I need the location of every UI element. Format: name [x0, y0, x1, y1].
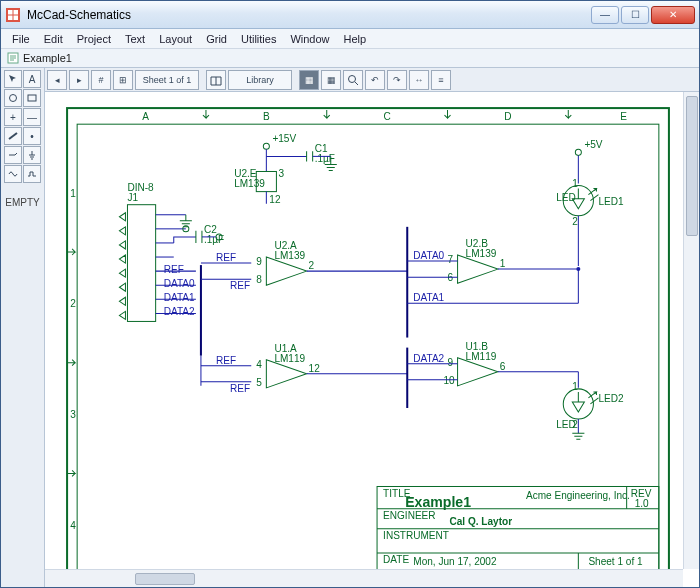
client-area: A + — • EMPTY ◂ ▸ # ⊞ Sheet 1 of 1: [1, 67, 699, 587]
svg-text:10: 10: [443, 375, 455, 386]
scrollbar-vertical[interactable]: [683, 92, 699, 569]
layer-a-icon[interactable]: ▦: [299, 70, 319, 90]
svg-text:C: C: [383, 111, 390, 122]
svg-point-26: [575, 149, 581, 155]
svg-text:INSTRUMENT: INSTRUMENT: [383, 530, 449, 541]
svg-text:DATA0: DATA0: [413, 250, 444, 261]
tool-bus[interactable]: [4, 127, 22, 145]
svg-text:LED: LED: [556, 192, 576, 203]
svg-text:+5V: +5V: [584, 139, 602, 150]
svg-text:9: 9: [448, 357, 454, 368]
tool-circle[interactable]: [4, 89, 22, 107]
svg-text:DATA0: DATA0: [164, 278, 195, 289]
svg-text:LM139: LM139: [274, 250, 305, 261]
svg-text:DATA2: DATA2: [413, 353, 444, 364]
svg-text:4: 4: [70, 520, 76, 531]
tool-junction[interactable]: •: [23, 127, 41, 145]
svg-text:LM119: LM119: [274, 353, 305, 364]
menu-utilities[interactable]: Utilities: [234, 31, 283, 47]
svg-text:REF: REF: [216, 252, 236, 263]
titleblock: TITLE Example1 Acme Engineering, Inc. RE…: [377, 486, 659, 569]
maximize-button[interactable]: ☐: [621, 6, 649, 24]
nav-right-icon[interactable]: ▸: [69, 70, 89, 90]
svg-text:1: 1: [70, 188, 76, 199]
svg-text:ENGINEER: ENGINEER: [383, 510, 435, 521]
svg-text:9: 9: [256, 256, 262, 267]
menu-edit[interactable]: Edit: [37, 31, 70, 47]
document-name: Example1: [23, 52, 72, 64]
minimize-button[interactable]: —: [591, 6, 619, 24]
svg-text:DATA2: DATA2: [164, 306, 195, 317]
app-icon: [5, 7, 21, 23]
layer-b-icon[interactable]: ▦: [321, 70, 341, 90]
library-label[interactable]: Library: [228, 70, 292, 90]
titlebar[interactable]: McCad-Schematics — ☐ ✕: [1, 1, 699, 29]
scrollbar-horizontal[interactable]: [45, 569, 683, 587]
flip-h-icon[interactable]: ↔: [409, 70, 429, 90]
rotate-ccw-icon[interactable]: ↶: [365, 70, 385, 90]
menu-help[interactable]: Help: [337, 31, 374, 47]
svg-text:Acme Engineering, Inc.: Acme Engineering, Inc.: [526, 490, 630, 501]
svg-text:LM119: LM119: [466, 351, 497, 362]
svg-text:+15V: +15V: [272, 133, 296, 144]
svg-text:2: 2: [572, 419, 578, 430]
window-title: McCad-Schematics: [27, 8, 591, 22]
svg-text:DATA1: DATA1: [413, 292, 444, 303]
svg-text:4: 4: [256, 359, 262, 370]
tool-select[interactable]: [4, 70, 22, 88]
svg-text:2: 2: [572, 216, 578, 227]
menubar: File Edit Project Text Layout Grid Utili…: [1, 29, 699, 49]
tool-rect[interactable]: [23, 89, 41, 107]
grid-snap-icon[interactable]: ⊞: [113, 70, 133, 90]
svg-text:REF: REF: [230, 383, 250, 394]
svg-text:J1: J1: [127, 192, 138, 203]
top-toolstrip: ◂ ▸ # ⊞ Sheet 1 of 1 Library ▦ ▦ ↶ ↷ ↔ ≡: [45, 68, 699, 92]
align-icon[interactable]: ≡: [431, 70, 451, 90]
svg-text:DATA1: DATA1: [164, 292, 195, 303]
menu-layout[interactable]: Layout: [152, 31, 199, 47]
tool-pulse[interactable]: [23, 165, 41, 183]
svg-text:B: B: [263, 111, 270, 122]
tool-text[interactable]: A: [23, 70, 41, 88]
nav-left-icon[interactable]: ◂: [47, 70, 67, 90]
tool-wire[interactable]: —: [23, 108, 41, 126]
tool-net[interactable]: [4, 146, 22, 164]
menu-text[interactable]: Text: [118, 31, 152, 47]
app-window: McCad-Schematics — ☐ ✕ File Edit Project…: [0, 0, 700, 588]
sheet-indicator[interactable]: Sheet 1 of 1: [135, 70, 199, 90]
close-button[interactable]: ✕: [651, 6, 695, 24]
svg-text:2: 2: [309, 260, 315, 271]
svg-text:12: 12: [309, 363, 321, 374]
svg-text:LM139: LM139: [234, 178, 265, 189]
schematic-canvas[interactable]: A B C D E 1 2 3 4: [45, 92, 683, 569]
svg-text:Mon, Jun 17, 2002: Mon, Jun 17, 2002: [413, 556, 497, 567]
svg-text:LED1: LED1: [598, 196, 624, 207]
svg-text:2: 2: [70, 298, 76, 309]
document-icon: [7, 52, 19, 64]
schematic-sheet: A B C D E 1 2 3 4: [55, 96, 679, 569]
tool-sine[interactable]: [4, 165, 22, 183]
rotate-cw-icon[interactable]: ↷: [387, 70, 407, 90]
svg-text:DATE: DATE: [383, 554, 409, 565]
svg-text:Sheet 1 of 1: Sheet 1 of 1: [588, 556, 643, 567]
menu-project[interactable]: Project: [70, 31, 118, 47]
zoom-icon[interactable]: [343, 70, 363, 90]
grid-icon[interactable]: #: [91, 70, 111, 90]
menu-grid[interactable]: Grid: [199, 31, 234, 47]
library-open-icon[interactable]: [206, 70, 226, 90]
tool-ground[interactable]: [23, 146, 41, 164]
svg-text:5: 5: [256, 377, 262, 388]
document-tab[interactable]: Example1: [1, 49, 699, 67]
menu-file[interactable]: File: [5, 31, 37, 47]
menu-window[interactable]: Window: [283, 31, 336, 47]
svg-rect-4: [28, 95, 36, 101]
toolbox-empty-label: EMPTY: [5, 197, 39, 208]
svg-text:.1µF: .1µF: [315, 153, 335, 164]
svg-text:7: 7: [448, 254, 454, 265]
svg-text:A: A: [142, 111, 149, 122]
svg-text:D: D: [504, 111, 511, 122]
svg-text:1.0: 1.0: [635, 498, 649, 509]
svg-text:6: 6: [448, 272, 454, 283]
svg-rect-35: [127, 205, 155, 322]
tool-plus[interactable]: +: [4, 108, 22, 126]
